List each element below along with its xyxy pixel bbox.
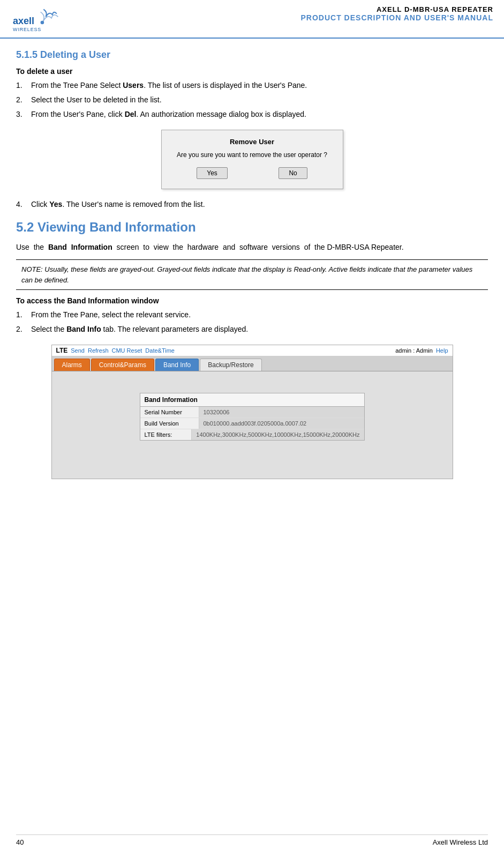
screenshot-tabbar: Alarms Control&Params Band Info Backup/R… [52, 356, 453, 371]
svg-text:axell: axell [13, 16, 34, 26]
svg-text:WIRELESS: WIRELESS [13, 27, 41, 32]
page-number: 40 [16, 838, 24, 846]
tab-backup-restore[interactable]: Backup/Restore [200, 359, 261, 371]
axell-logo: axell WIRELESS [11, 5, 59, 35]
band-info-row-serial: Serial Number 10320006 [140, 407, 364, 418]
tab-alarms[interactable]: Alarms [54, 359, 90, 371]
band-info-row-build: Build Version 0b010000.aadd003f.0205000a… [140, 418, 364, 429]
tab-band-info[interactable]: Band Info [155, 359, 199, 371]
dialog-title: Remove User [171, 138, 333, 146]
page-content: 5.1.5 Deleting a User To delete a user 1… [0, 39, 504, 500]
header-title-top: AXELL D-MBR-USA REPEATER [301, 5, 494, 13]
remove-user-dialog: Remove User Are you sure you want to rem… [161, 130, 343, 189]
company-name: Axell Wireless Ltd [433, 838, 488, 846]
list-item: 4. Click Yes. The User's name is removed… [16, 199, 488, 210]
tab-control-params[interactable]: Control&Params [91, 359, 154, 371]
menubar-lte: LTE [56, 347, 68, 354]
section-52-paragraph: Use the Band Information screen to view … [16, 241, 488, 253]
band-info-screenshot: LTE Send Refresh CMU Reset Date&Time adm… [51, 345, 453, 479]
build-version-value: 0b010000.aadd003f.0205000a.0007.02 [199, 418, 364, 429]
page-footer: 40 Axell Wireless Ltd [16, 834, 488, 846]
list-item: 3. From the User's Pane, click Del. An a… [16, 109, 488, 120]
delete-steps-list: 1. From the Tree Pane Select Users. The … [16, 80, 488, 120]
note-text: NOTE: Usually, these fields are grayed-o… [21, 265, 472, 284]
menubar-datetime[interactable]: Date&Time [145, 347, 175, 354]
screenshot-main: Band Information Serial Number 10320006 … [52, 371, 453, 479]
lte-filters-label: LTE filters: [140, 429, 192, 440]
note-box: NOTE: Usually, these fields are grayed-o… [16, 259, 488, 290]
dialog-yes-button[interactable]: Yes [197, 167, 228, 179]
access-steps-list: 1. From the Tree Pane, select the releva… [16, 309, 488, 335]
logo-area: axell WIRELESS [11, 5, 59, 35]
delete-user-label: To delete a user [16, 67, 488, 76]
band-info-panel-title: Band Information [140, 393, 364, 407]
band-info-panel: Band Information Serial Number 10320006 … [140, 393, 365, 441]
section-52: 5.2 Viewing Band Information Use the Ban… [16, 220, 488, 479]
list-item: 2. Select the Band Info tab. The relevan… [16, 324, 488, 335]
build-version-label: Build Version [140, 418, 199, 429]
svg-point-2 [41, 21, 44, 25]
access-heading: To access the Band Information window [16, 296, 488, 305]
header-text: AXELL D-MBR-USA REPEATER PRODUCT DESCRIP… [301, 5, 494, 22]
section-515: 5.1.5 Deleting a User To delete a user 1… [16, 49, 488, 210]
lte-filters-value: 1400KHz,3000KHz,5000KHz,10000KHz,15000KH… [192, 429, 364, 440]
list-item: 1. From the Tree Pane Select Users. The … [16, 80, 488, 91]
menubar-send[interactable]: Send [71, 347, 85, 354]
dialog-container: Remove User Are you sure you want to rem… [16, 130, 488, 189]
dialog-no-button[interactable]: No [279, 167, 307, 179]
list-item: 1. From the Tree Pane, select the releva… [16, 309, 488, 321]
screenshot-container: LTE Send Refresh CMU Reset Date&Time adm… [16, 345, 488, 479]
dialog-message: Are you sure you want to remove the user… [171, 151, 333, 159]
menubar-help[interactable]: Help [436, 347, 448, 354]
menubar-refresh[interactable]: Refresh [88, 347, 109, 354]
delete-step4-list: 4. Click Yes. The User's name is removed… [16, 199, 488, 210]
screenshot-menubar: LTE Send Refresh CMU Reset Date&Time adm… [52, 345, 453, 356]
menubar-admin: admin : Admin [395, 347, 433, 354]
menubar-cmu-reset[interactable]: CMU Reset [112, 347, 142, 354]
band-info-row-lte: LTE filters: 1400KHz,3000KHz,5000KHz,100… [140, 429, 364, 440]
section-515-heading: 5.1.5 Deleting a User [16, 49, 488, 61]
header-title-bottom: PRODUCT DESCRIPTION AND USER'S MANUAL [301, 13, 494, 22]
serial-number-value: 10320006 [199, 407, 364, 418]
dialog-buttons: Yes No [171, 167, 333, 179]
serial-number-label: Serial Number [140, 407, 199, 418]
section-52-heading: 5.2 Viewing Band Information [16, 220, 488, 235]
page-header: axell WIRELESS AXELL D-MBR-USA REPEATER … [0, 0, 504, 39]
list-item: 2. Select the User to be deleted in the … [16, 94, 488, 106]
